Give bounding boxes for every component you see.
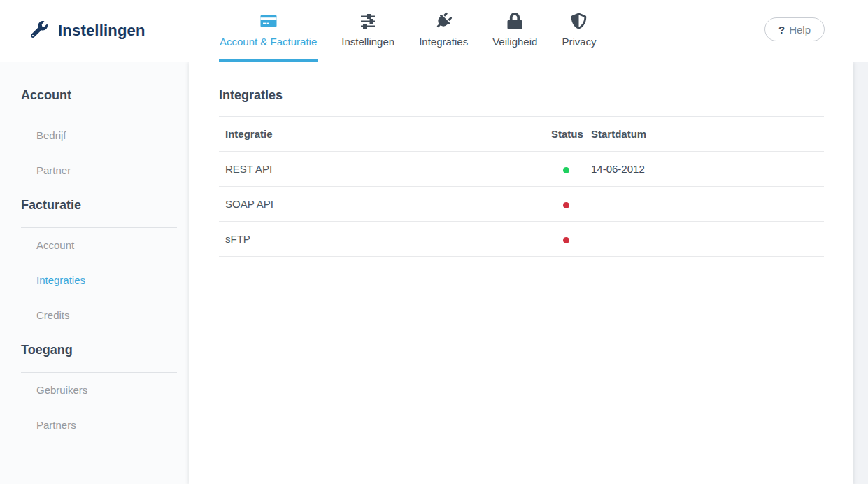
column-header-status: Status xyxy=(551,128,591,140)
wrench-icon xyxy=(31,21,48,41)
integration-name: REST API xyxy=(219,163,551,175)
table-row: REST API 14-06-2012 xyxy=(219,152,824,187)
page-title: Instellingen xyxy=(58,22,145,40)
sidebar-item-account[interactable]: Account xyxy=(36,228,189,263)
tab-privacy[interactable]: Privacy xyxy=(561,0,597,62)
sliders-icon xyxy=(360,11,376,30)
tab-label: Privacy xyxy=(562,36,596,48)
sidebar-heading-facturatie: Facturatie xyxy=(21,188,189,213)
credit-card-icon xyxy=(259,11,278,30)
integrations-table: Integratie Status Startdatum REST API 14… xyxy=(219,116,824,257)
status-dot xyxy=(563,167,569,173)
question-mark-icon: ? xyxy=(778,24,785,36)
lock-icon xyxy=(507,11,522,30)
table-header-row: Integratie Status Startdatum xyxy=(219,117,824,152)
main-content: Integraties Integratie Status Startdatum… xyxy=(189,62,853,484)
app-brand: Instellingen xyxy=(31,0,145,62)
sidebar-section-toegang: Toegang Gebruikers Partners xyxy=(0,333,189,443)
sidebar-item-credits[interactable]: Credits xyxy=(36,298,189,333)
tab-instellingen[interactable]: Instellingen xyxy=(341,0,395,62)
tab-integraties[interactable]: Integraties xyxy=(418,0,469,62)
table-row: sFTP xyxy=(219,222,824,257)
tab-account-facturatie[interactable]: Account & Facturatie xyxy=(219,0,318,62)
settings-sidebar: Account Bedrijf Partner Facturatie Accou… xyxy=(0,62,189,484)
start-date: 14-06-2012 xyxy=(591,163,824,175)
shield-icon xyxy=(571,11,587,30)
status-dot xyxy=(563,202,569,208)
top-tab-bar: Account & Facturatie Instellingen Integr… xyxy=(219,0,597,62)
sidebar-item-partner[interactable]: Partner xyxy=(36,153,189,188)
sidebar-item-gebruikers[interactable]: Gebruikers xyxy=(36,373,189,408)
help-button[interactable]: ? Help xyxy=(764,17,825,41)
integration-name: SOAP API xyxy=(219,198,551,210)
sidebar-section-facturatie: Facturatie Account Integraties Credits xyxy=(0,188,189,333)
sidebar-heading-account: Account xyxy=(21,62,189,104)
column-header-integratie: Integratie xyxy=(219,128,551,140)
plug-icon xyxy=(435,11,452,30)
column-header-startdatum: Startdatum xyxy=(591,128,824,140)
tab-label: Veiligheid xyxy=(492,36,537,48)
tab-veiligheid[interactable]: Veiligheid xyxy=(492,0,538,62)
sidebar-item-integraties[interactable]: Integraties xyxy=(36,263,189,298)
top-bar: Instellingen Account & Facturatie xyxy=(0,0,868,62)
sidebar-heading-toegang: Toegang xyxy=(21,333,189,358)
tab-label: Account & Facturatie xyxy=(220,36,317,48)
tab-label: Instellingen xyxy=(341,36,394,48)
sidebar-item-partners[interactable]: Partners xyxy=(36,408,189,443)
help-button-label: Help xyxy=(789,24,811,36)
status-dot xyxy=(563,237,569,243)
sidebar-section-account: Account Bedrijf Partner xyxy=(0,62,189,188)
table-row: SOAP API xyxy=(219,187,824,222)
tab-label: Integraties xyxy=(419,36,468,48)
content-title: Integraties xyxy=(219,62,824,103)
sidebar-item-bedrijf[interactable]: Bedrijf xyxy=(36,118,189,153)
integration-name: sFTP xyxy=(219,233,551,245)
